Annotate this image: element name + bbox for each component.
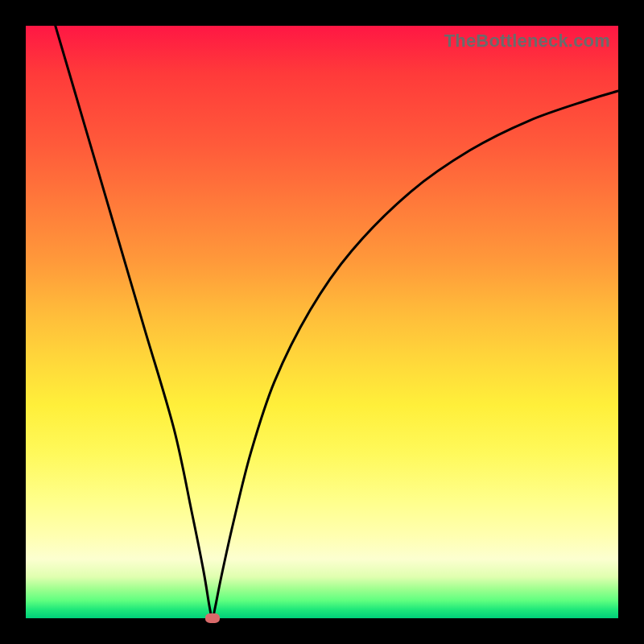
bottleneck-curve <box>56 26 618 618</box>
chart-frame: TheBottleneck.com <box>0 0 644 644</box>
curve-svg <box>26 26 618 618</box>
plot-area: TheBottleneck.com <box>26 26 618 618</box>
optimum-marker <box>205 613 220 623</box>
